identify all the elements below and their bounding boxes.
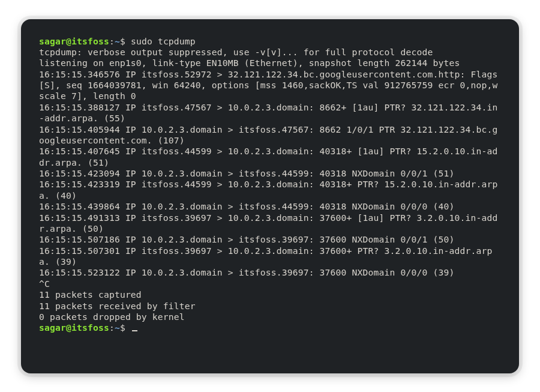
output-line: 16:15:15.523122 IP 10.0.2.3.domain > its… [39, 267, 454, 277]
output-line: listening on enp1s0, link-type EN10MB (E… [39, 58, 460, 68]
output-line: 16:15:15.423094 IP 10.0.2.3.domain > its… [39, 168, 454, 178]
output-line: 16:15:15.405944 IP 10.0.2.3.domain > its… [39, 124, 497, 145]
output-line: 0 packets dropped by kernel [39, 312, 185, 322]
output-line: 16:15:15.491313 IP itsfoss.39697 > 10.0.… [39, 213, 497, 234]
output-line: 11 packets captured [39, 289, 142, 300]
prompt-line-2: sagar@itsfoss:~$ [39, 322, 137, 333]
prompt-host: itsfoss [71, 322, 109, 333]
prompt-dollar: $ [120, 36, 131, 46]
output-line: 11 packets received by filter [39, 301, 196, 311]
output-line: 16:15:15.388127 IP itsfoss.47567 > 10.0.… [39, 102, 497, 123]
prompt-colon: : [109, 322, 115, 333]
prompt-path: ~ [115, 36, 120, 46]
prompt-dollar: $ [120, 322, 131, 333]
output-line: 16:15:15.507301 IP itsfoss.39697 > 10.0.… [39, 246, 492, 267]
output-line: 16:15:15.423319 IP itsfoss.44599 > 10.0.… [39, 179, 497, 200]
prompt-at: @ [66, 36, 71, 46]
output-line: 16:15:15.407645 IP itsfoss.44599 > 10.0.… [39, 146, 497, 167]
terminal-window: sagar@itsfoss:~$ sudo tcpdump tcpdump: v… [21, 19, 519, 373]
prompt-line-1: sagar@itsfoss:~$ sudo tcpdump [39, 36, 196, 46]
output-line: 16:15:15.346576 IP itsfoss.52972 > 32.12… [39, 69, 503, 101]
prompt-user: sagar [39, 322, 66, 333]
command-text: sudo tcpdump [131, 36, 196, 46]
terminal-content[interactable]: sagar@itsfoss:~$ sudo tcpdump tcpdump: v… [39, 36, 501, 334]
cursor-icon [132, 330, 137, 331]
prompt-host: itsfoss [71, 36, 109, 46]
output-line: ^C [39, 279, 50, 289]
output-line: 16:15:15.439864 IP 10.0.2.3.domain > its… [39, 201, 454, 211]
prompt-user: sagar [39, 36, 66, 46]
prompt-path: ~ [115, 322, 120, 333]
prompt-at: @ [66, 322, 71, 333]
output-line: 16:15:15.507186 IP 10.0.2.3.domain > its… [39, 234, 454, 244]
output-line: tcpdump: verbose output suppressed, use … [39, 47, 433, 57]
prompt-colon: : [109, 36, 115, 46]
